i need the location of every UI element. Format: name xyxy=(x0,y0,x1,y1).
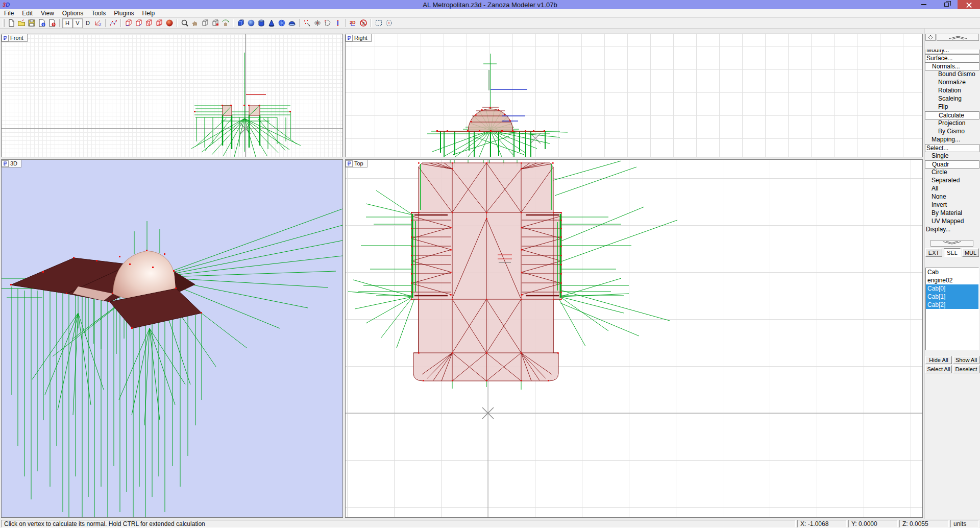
command-bound-gismo[interactable]: Bound Gismo xyxy=(925,70,979,79)
orbit-tool-button[interactable] xyxy=(220,18,231,28)
primitive-geosphere-button[interactable] xyxy=(277,18,287,28)
export-page-icon xyxy=(48,19,56,27)
command-mapping[interactable]: Mapping... xyxy=(925,136,979,144)
open-file-button[interactable] xyxy=(16,18,27,28)
menu-file[interactable]: File xyxy=(0,9,18,18)
letter-h-icon: H xyxy=(63,19,71,27)
toggle-depth-button[interactable]: D xyxy=(83,18,93,28)
zoom-box-tool-button[interactable] xyxy=(200,18,210,28)
command-by-material[interactable]: By Material xyxy=(925,209,979,218)
zoom-extents-tool-button[interactable] xyxy=(210,18,220,28)
menu-tools[interactable]: Tools xyxy=(87,9,110,18)
command-none[interactable]: None xyxy=(925,193,979,201)
menubar: FileEditViewOptionsToolsPluginsHelp xyxy=(0,9,980,18)
vertex-star-button[interactable] xyxy=(312,18,323,28)
mode-mul[interactable]: MUL xyxy=(962,248,979,257)
vertex-lasso-icon xyxy=(324,19,332,27)
save-file-button[interactable] xyxy=(27,18,37,28)
deselect-button[interactable]: Deselect xyxy=(953,365,979,373)
command-select[interactable]: Select... xyxy=(925,144,979,152)
close-button[interactable] xyxy=(958,0,980,9)
polyline-tool-button[interactable] xyxy=(108,18,118,28)
import-file-button[interactable] xyxy=(37,18,47,28)
toggle-2d3d-button[interactable]: 2D xyxy=(348,18,358,28)
command-normalize[interactable]: Normalize xyxy=(925,79,979,87)
command-invert[interactable]: Invert xyxy=(925,201,979,209)
command-calculate[interactable]: Calculate xyxy=(925,111,979,119)
select-rectangle-button[interactable] xyxy=(374,18,384,28)
menu-plugins[interactable]: Plugins xyxy=(110,9,138,18)
command-by-gismo[interactable]: By Gismo xyxy=(925,128,979,136)
object-cab-1[interactable]: Cab[1] xyxy=(926,293,978,301)
object-cab-0[interactable]: Cab[0] xyxy=(926,284,978,293)
primitive-halfsphere-button[interactable] xyxy=(287,18,297,28)
axes-xz-button[interactable]: Z xyxy=(93,18,103,28)
menu-view[interactable]: View xyxy=(37,9,58,18)
zoom-tool-button[interactable] xyxy=(180,18,190,28)
object-cab-2[interactable]: Cab[2] xyxy=(926,301,978,309)
hide-all-button[interactable]: Hide All xyxy=(925,356,952,364)
front-view-canvas[interactable] xyxy=(2,34,342,157)
menu-edit[interactable]: Edit xyxy=(18,9,37,18)
right-view-canvas[interactable] xyxy=(346,34,922,157)
disable-z-button[interactable]: Z xyxy=(358,18,369,28)
command-separated[interactable]: Separated xyxy=(925,177,979,185)
right-view-maximize-button[interactable] xyxy=(346,35,353,41)
toggle-horizontal-button[interactable]: H xyxy=(62,18,72,28)
command-display[interactable]: Display... xyxy=(925,226,979,234)
mode-ext[interactable]: EXT xyxy=(925,248,942,257)
command-circle[interactable]: Circle xyxy=(925,169,979,177)
command-projection[interactable]: Projection xyxy=(925,119,979,128)
menu-help[interactable]: Help xyxy=(138,9,159,18)
top-view-maximize-button[interactable] xyxy=(346,160,353,167)
select-all-button[interactable]: Select All xyxy=(925,365,952,373)
command-scaleing[interactable]: Scaleing xyxy=(925,95,979,103)
command-surface[interactable]: Surface... xyxy=(925,54,979,62)
sidebar-detach-button[interactable] xyxy=(925,34,936,41)
mode-sel[interactable]: SEL xyxy=(944,248,961,257)
command-quadr[interactable]: Quadr xyxy=(925,160,979,169)
object-engine02[interactable]: engine02 xyxy=(926,276,978,284)
sidebar-expand-button[interactable] xyxy=(930,240,973,247)
primitive-cone-button[interactable] xyxy=(266,18,277,28)
vertex-line-button[interactable] xyxy=(333,18,343,28)
3d-view-maximize-button[interactable] xyxy=(2,160,9,167)
object-list: Cabengine02Cab[0]Cab[1]Cab[2] xyxy=(925,268,979,350)
front-view-maximize-button[interactable] xyxy=(2,35,9,41)
command-modify[interactable]: Modify... xyxy=(925,46,979,54)
new-file-button[interactable] xyxy=(6,18,16,28)
top-view-label-bar: Top xyxy=(346,160,368,167)
viewport-top: Top xyxy=(345,159,923,518)
top-view-canvas[interactable] xyxy=(346,160,922,517)
cube-mode-4-button[interactable] xyxy=(154,18,164,28)
cube-mode-3-button[interactable] xyxy=(144,18,154,28)
command-flip[interactable]: Flip xyxy=(925,103,979,111)
3d-view-canvas[interactable] xyxy=(2,160,342,517)
minimize-button[interactable] xyxy=(913,0,935,9)
command-single[interactable]: Single xyxy=(925,152,979,160)
menu-options[interactable]: Options xyxy=(58,9,87,18)
show-all-button[interactable]: Show All xyxy=(953,356,979,364)
pan-tool-button[interactable] xyxy=(190,18,200,28)
toolbar-separator xyxy=(299,19,300,27)
object-cab[interactable]: Cab xyxy=(926,268,978,276)
export-file-button[interactable] xyxy=(47,18,57,28)
red-sphere-icon xyxy=(165,19,174,27)
restore-button[interactable] xyxy=(935,0,958,9)
command-rotation[interactable]: Rotation xyxy=(925,87,979,95)
cube-mode-1-button[interactable] xyxy=(124,18,134,28)
primitive-box-button[interactable] xyxy=(236,18,246,28)
vertex-select-button[interactable] xyxy=(302,18,312,28)
command-uv-mapped[interactable]: UV Mapped xyxy=(925,218,979,226)
command-normals[interactable]: Normals... xyxy=(925,62,979,70)
toggle-vertical-button[interactable]: V xyxy=(72,18,83,28)
cube-mode-2-button[interactable] xyxy=(134,18,144,28)
vertex-lasso-button[interactable] xyxy=(323,18,333,28)
primitive-cylinder-button[interactable] xyxy=(256,18,266,28)
command-all[interactable]: All xyxy=(925,185,979,193)
right-view-model xyxy=(346,34,922,157)
select-circle-button[interactable] xyxy=(384,18,394,28)
primitive-sphere-button[interactable] xyxy=(246,18,256,28)
render-mode-button[interactable] xyxy=(164,18,175,28)
sidebar-collapse-button[interactable] xyxy=(937,34,979,41)
